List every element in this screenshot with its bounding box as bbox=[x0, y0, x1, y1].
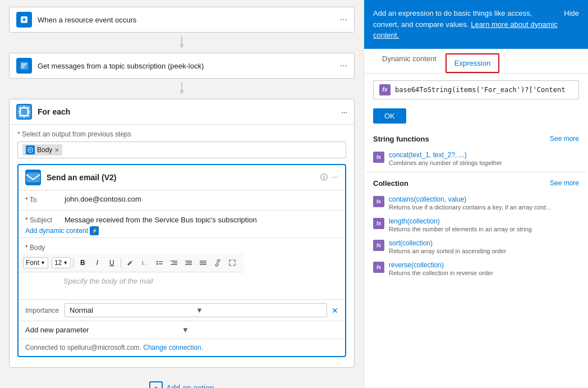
func-length[interactable]: fx length(collection) Returns the number… bbox=[366, 214, 586, 236]
foreach-body: * Select an output from previous steps B… bbox=[10, 125, 354, 367]
collection-see-more-link[interactable]: See more bbox=[550, 179, 579, 187]
indent-btn[interactable] bbox=[167, 256, 181, 270]
foreach-title: For each bbox=[38, 107, 341, 116]
step2-title: Get messages from a topic subscription (… bbox=[38, 62, 340, 70]
email-menu[interactable]: ··· bbox=[332, 172, 338, 182]
string-functions-header: String functions See more bbox=[366, 130, 586, 148]
to-label: * To bbox=[25, 194, 65, 204]
func-contains[interactable]: fx contains(collection, value) Returns t… bbox=[366, 192, 586, 214]
email-card-header[interactable]: Send an email (V2) ⓘ ··· bbox=[19, 165, 345, 190]
func-length-info: length(collection) Returns the number of… bbox=[389, 217, 579, 232]
font-size-select[interactable]: 12 ▼ bbox=[52, 257, 71, 268]
bold-btn[interactable]: B bbox=[76, 256, 89, 270]
add-param-row[interactable]: Add new parameter ▼ bbox=[19, 321, 345, 339]
font-size-chevron: ▼ bbox=[63, 260, 68, 266]
importance-label: Importance bbox=[25, 307, 65, 314]
func-sort-name: sort(collection) bbox=[389, 239, 579, 247]
foreach-header[interactable]: For each ··· bbox=[10, 99, 354, 125]
to-field-row: * To john.doe@contoso.com bbox=[19, 190, 345, 211]
email-card-title: Send an email (V2) bbox=[47, 173, 320, 182]
add-action-container: + Add an action bbox=[9, 372, 355, 388]
connected-info: Connected to spelluru@microsoft.com. bbox=[25, 344, 141, 352]
link-btn[interactable] bbox=[211, 256, 224, 270]
subject-value[interactable]: Message received from the Service Bus to… bbox=[65, 214, 338, 224]
body-tag-icon bbox=[26, 145, 35, 154]
step1-menu[interactable]: ··· bbox=[340, 15, 347, 25]
foreach-menu[interactable]: ··· bbox=[341, 108, 347, 116]
func-reverse-name: reverse(collection) bbox=[389, 261, 579, 269]
expression-text: base64ToString(items('For_each')?['Conte… bbox=[395, 86, 573, 94]
body-tag-close[interactable]: ✕ bbox=[54, 147, 59, 153]
connector2 bbox=[9, 79, 355, 99]
func-contains-name: contains(collection, value) bbox=[389, 195, 579, 203]
right-panel: Add an expression to do basic things lik… bbox=[364, 0, 588, 388]
body-label: * Body bbox=[25, 241, 65, 252]
func-contains-info: contains(collection, value) Returns true… bbox=[389, 195, 579, 211]
change-connection-link[interactable]: Change connection. bbox=[143, 344, 203, 352]
string-functions-title: String functions bbox=[373, 135, 550, 143]
ul-btn[interactable] bbox=[153, 256, 166, 270]
expression-box[interactable]: fx base64ToString(items('For_each')?['Co… bbox=[373, 80, 579, 99]
step1-icon bbox=[16, 12, 32, 28]
func-concat[interactable]: fx concat(text_1, text_2?, ...) Combines… bbox=[366, 148, 586, 170]
func-concat-info: concat(text_1, text_2?, ...) Combines an… bbox=[389, 151, 579, 166]
brush-btn[interactable] bbox=[123, 256, 137, 270]
svg-point-14 bbox=[157, 263, 158, 265]
connector1 bbox=[9, 33, 355, 53]
sep1 bbox=[73, 258, 74, 267]
importance-chevron-icon: ▼ bbox=[196, 306, 322, 314]
svg-point-13 bbox=[157, 261, 158, 263]
body-field-row: * Body Font ▼ 12 ▼ B I bbox=[19, 238, 345, 300]
sep2 bbox=[121, 258, 121, 267]
subject-field-row: * Subject Message received from the Serv… bbox=[19, 211, 345, 238]
left-panel: When a resource event occurs ··· Get mes… bbox=[0, 0, 364, 388]
info-icon[interactable]: ⓘ bbox=[320, 172, 328, 182]
func-reverse[interactable]: fx reverse(collection) Returns the colle… bbox=[366, 258, 586, 280]
func-concat-desc: Combines any number of strings together bbox=[389, 159, 579, 166]
func-fx-icon-length: fx bbox=[373, 218, 384, 229]
func-fx-icon-sort: fx bbox=[373, 240, 384, 251]
foreach-tag-input[interactable]: Body ✕ bbox=[17, 141, 346, 158]
align-btn[interactable] bbox=[196, 256, 210, 270]
panel-info: Add an expression to do basic things lik… bbox=[364, 0, 588, 49]
svg-marker-2 bbox=[180, 44, 184, 48]
add-action-label: Add an action bbox=[166, 384, 214, 388]
tab-expression[interactable]: Expression bbox=[445, 53, 499, 73]
step1-title: When a resource event occurs bbox=[38, 16, 340, 24]
add-param-label: Add new parameter bbox=[25, 326, 182, 334]
underline-btn[interactable]: U bbox=[105, 256, 118, 270]
step1-block[interactable]: When a resource event occurs ··· bbox=[9, 7, 355, 33]
tab-dynamic[interactable]: Dynamic content bbox=[373, 49, 445, 73]
ok-btn[interactable]: OK bbox=[373, 108, 406, 124]
outdent-btn[interactable] bbox=[182, 256, 195, 270]
body-area[interactable]: Specify the body of the mail bbox=[19, 272, 160, 299]
dynamic-content-btn[interactable]: Add dynamic content ⚡ bbox=[25, 226, 99, 235]
ol-btn[interactable]: 1. bbox=[138, 256, 151, 270]
email-header-icons: ⓘ ··· bbox=[320, 172, 338, 182]
add-action-btn[interactable]: + Add an action bbox=[149, 381, 214, 388]
string-see-more-link[interactable]: See more bbox=[550, 135, 579, 143]
func-sort[interactable]: fx sort(collection) Returns an array sor… bbox=[366, 236, 586, 258]
importance-select[interactable]: Normal ▼ bbox=[65, 303, 327, 317]
body-tag-label: Body bbox=[37, 146, 52, 154]
email-card: Send an email (V2) ⓘ ··· * To john.doe@c… bbox=[17, 164, 346, 357]
font-size-value: 12 bbox=[54, 259, 62, 267]
dynamic-content-label: Add dynamic content bbox=[25, 227, 88, 235]
to-value[interactable]: john.doe@contoso.com bbox=[65, 194, 338, 203]
step2-menu[interactable]: ··· bbox=[340, 61, 347, 71]
svg-marker-5 bbox=[180, 90, 184, 94]
hide-btn[interactable]: Hide bbox=[564, 8, 579, 41]
subject-label: * Subject bbox=[25, 214, 65, 224]
bolt-icon: ⚡ bbox=[90, 226, 99, 235]
font-select[interactable]: Font ▼ bbox=[23, 257, 48, 268]
expand-btn[interactable] bbox=[226, 256, 239, 270]
svg-rect-7 bbox=[28, 148, 33, 152]
italic-btn[interactable]: I bbox=[90, 256, 104, 270]
connected-text: Connected to spelluru@microsoft.com. Cha… bbox=[19, 339, 345, 356]
step2-block[interactable]: Get messages from a topic subscription (… bbox=[9, 53, 355, 79]
func-contains-desc: Returns true if a dictionary contains a … bbox=[389, 204, 579, 211]
importance-clear-btn[interactable]: ✕ bbox=[332, 306, 338, 315]
foreach-icon bbox=[16, 104, 32, 120]
func-length-desc: Returns the number of elements in an arr… bbox=[389, 226, 579, 232]
step2-icon bbox=[16, 58, 32, 74]
